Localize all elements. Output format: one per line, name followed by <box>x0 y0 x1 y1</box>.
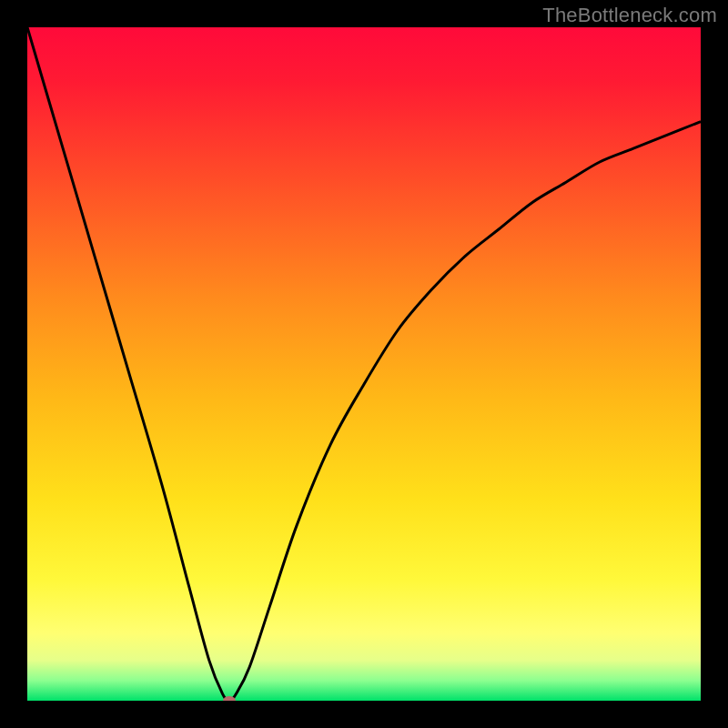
chart-frame: TheBottleneck.com <box>0 0 728 728</box>
watermark-text: TheBottleneck.com <box>542 4 717 27</box>
bottleneck-curve <box>27 27 701 701</box>
curve-line <box>27 27 701 701</box>
